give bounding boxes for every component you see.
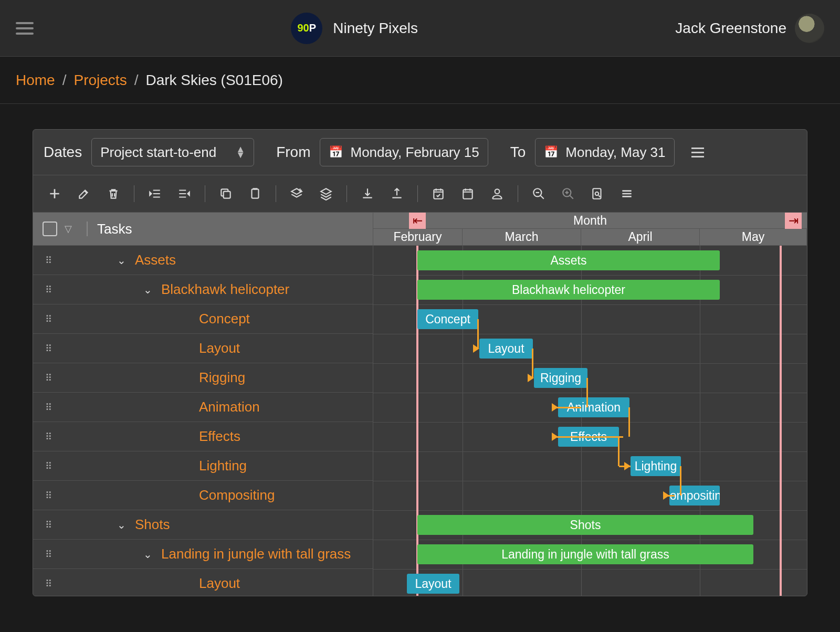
gantt-bar[interactable]: Landing in jungle with tall grass <box>417 544 753 564</box>
task-label[interactable]: Layout <box>199 575 240 592</box>
tasks-column-header: Tasks <box>97 221 132 237</box>
from-label: From <box>276 144 310 161</box>
task-label[interactable]: Blackhawk helicopter <box>161 281 289 298</box>
dates-label: Dates <box>44 144 82 161</box>
list-menu-button[interactable] <box>615 182 639 206</box>
breadcrumb-current: Dark Skies (S01E06) <box>145 72 282 89</box>
brand-logo: 90P <box>291 13 322 44</box>
gantt-bar[interactable]: Blackhawk helicopter <box>417 280 720 300</box>
task-label[interactable]: Animation <box>199 399 260 415</box>
drag-handle-icon[interactable]: ⠿ <box>43 578 55 589</box>
zoom-out-button[interactable] <box>527 182 551 206</box>
zoom-in-button[interactable] <box>556 182 580 206</box>
svg-point-8 <box>595 192 599 196</box>
gantt-bar[interactable]: Assets <box>417 250 720 270</box>
timeline-end-marker[interactable]: ⇥ <box>785 213 802 229</box>
indent-button[interactable] <box>172 182 196 206</box>
copy-button[interactable] <box>214 182 238 206</box>
hamburger-menu[interactable] <box>16 22 34 35</box>
chevron-down-icon[interactable]: ⌄ <box>141 548 154 561</box>
timeline-start-marker[interactable]: ⇤ <box>409 213 426 229</box>
gantt-bar[interactable]: Lighting <box>631 456 681 476</box>
task-label[interactable]: Concept <box>199 311 250 327</box>
select-all-checkbox[interactable] <box>43 222 57 236</box>
to-label: To <box>510 144 526 161</box>
drag-handle-icon[interactable]: ⠿ <box>43 372 55 384</box>
breadcrumb: Home / Projects / Dark Skies (S01E06) <box>0 57 840 104</box>
month-header: February <box>373 229 463 245</box>
gantt-bar[interactable]: Layout <box>479 339 533 359</box>
month-header: April <box>581 229 700 245</box>
chevron-down-icon[interactable]: ⌄ <box>141 283 154 296</box>
breadcrumb-home[interactable]: Home <box>16 72 55 89</box>
drag-handle-icon[interactable]: ⠿ <box>43 284 55 296</box>
delete-button[interactable] <box>101 182 125 206</box>
gantt-bar[interactable]: Shots <box>417 515 753 535</box>
calendar-icon: 📅 <box>544 145 558 159</box>
breadcrumb-projects[interactable]: Projects <box>74 72 127 89</box>
gantt-bar[interactable]: Rigging <box>534 368 587 388</box>
task-label[interactable]: Shots <box>135 517 170 533</box>
gantt-bar[interactable]: Compositing <box>669 486 720 505</box>
export-button[interactable] <box>385 182 409 206</box>
chevron-down-icon[interactable]: ⌄ <box>115 519 128 531</box>
gantt-bar[interactable]: Concept <box>417 309 478 329</box>
svg-rect-1 <box>252 189 259 198</box>
paste-button[interactable] <box>243 182 267 206</box>
select-dropdown-icon[interactable]: ▽ <box>65 223 72 235</box>
task-label[interactable]: Assets <box>135 252 176 268</box>
drag-handle-icon[interactable]: ⠿ <box>43 402 55 413</box>
to-date-input[interactable]: 📅 Monday, May 31 <box>535 138 674 166</box>
date-range-select[interactable]: Project start-to-end ▲▼ <box>91 138 254 166</box>
drag-handle-icon[interactable]: ⠿ <box>43 313 55 325</box>
task-label[interactable]: Lighting <box>199 458 247 474</box>
drag-handle-icon[interactable]: ⠿ <box>43 490 55 501</box>
drag-handle-icon[interactable]: ⠿ <box>43 343 55 354</box>
edit-button[interactable] <box>72 182 96 206</box>
import-button[interactable] <box>355 182 380 206</box>
drag-handle-icon[interactable]: ⠿ <box>43 519 55 531</box>
svg-rect-2 <box>434 189 443 198</box>
add-button[interactable] <box>43 182 67 206</box>
svg-rect-0 <box>224 192 230 198</box>
layers-button[interactable] <box>314 182 338 206</box>
gantt-bar[interactable]: Layout <box>407 574 459 594</box>
timeline-scale-label: Month <box>573 214 607 228</box>
calendar-icon: 📅 <box>329 145 343 159</box>
outdent-button[interactable] <box>143 182 167 206</box>
svg-point-4 <box>495 189 500 194</box>
layers-add-button[interactable] <box>285 182 309 206</box>
drag-handle-icon[interactable]: ⠿ <box>43 431 55 443</box>
from-date-input[interactable]: 📅 Monday, February 15 <box>320 138 488 166</box>
month-header: March <box>463 229 581 245</box>
task-label[interactable]: Effects <box>199 428 240 445</box>
month-header: May <box>700 229 807 245</box>
sort-arrows-icon: ▲▼ <box>236 146 245 158</box>
drag-handle-icon[interactable]: ⠿ <box>43 460 55 472</box>
drag-handle-icon[interactable]: ⠿ <box>43 549 55 560</box>
avatar[interactable] <box>795 14 824 43</box>
task-label[interactable]: Layout <box>199 340 240 356</box>
task-label[interactable]: Landing in jungle with tall grass <box>161 546 351 562</box>
chevron-down-icon[interactable]: ⌄ <box>115 254 128 267</box>
calendar-grid-button[interactable] <box>456 182 480 206</box>
person-button[interactable] <box>485 182 509 206</box>
zoom-fit-button[interactable] <box>585 182 610 206</box>
brand-name: Ninety Pixels <box>333 20 418 37</box>
task-label[interactable]: Rigging <box>199 370 245 386</box>
task-label[interactable]: Compositing <box>199 487 275 503</box>
user-name[interactable]: Jack Greenstone <box>675 20 786 37</box>
toolbar <box>33 175 807 213</box>
calendar-check-button[interactable] <box>426 182 450 206</box>
drag-handle-icon[interactable]: ⠿ <box>43 255 55 266</box>
filter-menu-icon[interactable] <box>691 148 704 157</box>
